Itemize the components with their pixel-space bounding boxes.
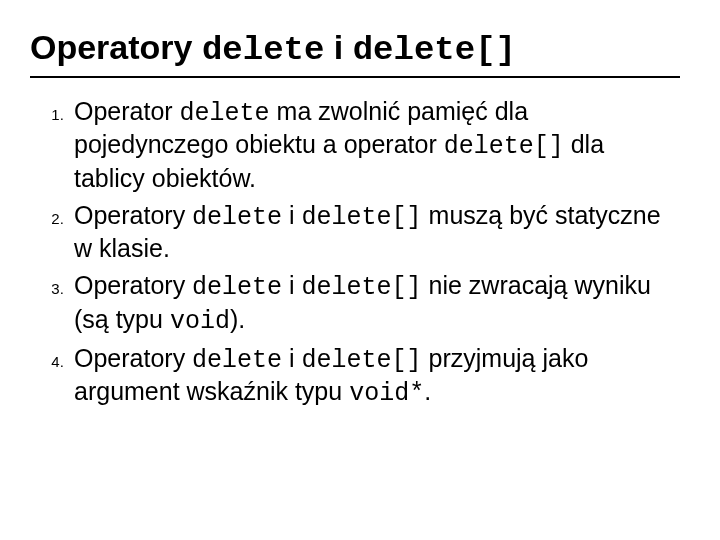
item-text: i [282,271,301,299]
item-text: ). [230,305,245,333]
item-text: Operatory [74,271,192,299]
item-text: Operatory [74,344,192,372]
list-item: Operatory delete i delete[] przyjmują ja… [68,343,680,410]
item-code: delete [192,346,282,375]
item-code: delete[] [302,346,422,375]
item-text: Operator [74,97,180,125]
item-text: . [424,377,431,405]
item-code: delete[] [302,203,422,232]
item-code: delete [180,99,270,128]
slide-title: Operatory delete i delete[] [30,28,680,70]
item-text: i [282,201,301,229]
list-item: Operatory delete i delete[] nie zwracają… [68,270,680,337]
item-code: void [170,307,230,336]
list-item: Operator delete ma zwolnić pamięć dla po… [68,96,680,194]
item-code: delete [192,203,282,232]
title-text-mid: i [324,28,352,66]
item-text: i [282,344,301,372]
slide: Operatory delete i delete[] Operator del… [0,0,720,540]
item-code: delete[] [444,132,564,161]
list-item: Operatory delete i delete[] muszą być st… [68,200,680,265]
title-text-prefix: Operatory [30,28,202,66]
title-code-2: delete[] [353,31,516,69]
title-divider [30,76,680,78]
points-list: Operator delete ma zwolnić pamięć dla po… [40,96,680,409]
item-code: delete[] [302,273,422,302]
item-text: Operatory [74,201,192,229]
item-code: void* [349,379,424,408]
item-code: delete [192,273,282,302]
title-code-1: delete [202,31,324,69]
